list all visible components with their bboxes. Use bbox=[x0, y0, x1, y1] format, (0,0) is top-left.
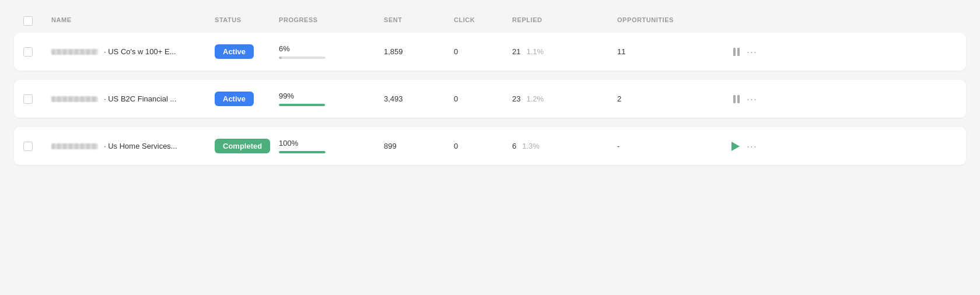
row2-progress-bar-bg bbox=[279, 104, 326, 106]
row1-checkbox[interactable] bbox=[23, 47, 33, 57]
row1-replied-cell: 21 1.1% bbox=[512, 47, 617, 56]
row3-blurred-prefix bbox=[51, 143, 98, 149]
row1-sent: 1,859 bbox=[384, 47, 454, 56]
row3-checkbox[interactable] bbox=[23, 142, 33, 151]
row3-replied-cell: 6 1.3% bbox=[512, 142, 617, 150]
row3-checkbox-cell[interactable] bbox=[23, 142, 51, 151]
row3-progress-cell: 100% bbox=[279, 139, 384, 153]
row3-progress-bar-bg bbox=[279, 151, 326, 153]
row2-replied-count: 23 bbox=[512, 94, 520, 103]
row1-more-button[interactable]: ··· bbox=[747, 47, 757, 57]
row1-checkbox-cell[interactable] bbox=[23, 47, 51, 57]
col-header-actions bbox=[710, 16, 757, 26]
row3-more-button[interactable]: ··· bbox=[747, 141, 757, 152]
row1-replied-pct: 1.1% bbox=[526, 47, 544, 56]
col-header-status: STATUS bbox=[215, 16, 279, 26]
row3-status-cell: Completed bbox=[215, 139, 279, 153]
row3-opportunities: - bbox=[617, 142, 710, 150]
table-row: · US B2C Financial ... Active 99% 3,493 … bbox=[14, 80, 966, 118]
row3-click: 0 bbox=[454, 142, 512, 150]
row2-pause-button[interactable] bbox=[733, 95, 740, 103]
row2-actions: ··· bbox=[710, 94, 757, 104]
row1-progress-value: 6% bbox=[279, 44, 384, 53]
row1-status-cell: Active bbox=[215, 44, 279, 59]
row1-pause-button[interactable] bbox=[733, 48, 740, 56]
pause-bar-right bbox=[737, 48, 740, 56]
row2-status-badge: Active bbox=[215, 92, 254, 106]
row3-play-button[interactable] bbox=[732, 142, 740, 151]
row2-opportunities: 2 bbox=[617, 94, 710, 103]
row2-progress-cell: 99% bbox=[279, 92, 384, 106]
table-row: · US Co's w 100+ E... Active 6% 1,859 0 … bbox=[14, 33, 966, 71]
table-row: · Us Home Services... Completed 100% 899… bbox=[14, 127, 966, 165]
row2-replied-cell: 23 1.2% bbox=[512, 94, 617, 103]
row2-replied-pct: 1.2% bbox=[526, 94, 544, 103]
row3-actions: ··· bbox=[710, 141, 757, 152]
row1-actions: ··· bbox=[710, 47, 757, 57]
row1-status-badge: Active bbox=[215, 44, 254, 59]
col-header-click: CLICK bbox=[454, 16, 512, 26]
row2-more-button[interactable]: ··· bbox=[747, 94, 757, 104]
row3-sent: 899 bbox=[384, 142, 454, 150]
pause-bar-left bbox=[733, 48, 736, 56]
col-header-name: NAME bbox=[51, 16, 215, 26]
col-header-progress: PROGRESS bbox=[279, 16, 384, 26]
row1-progress-bar-fill bbox=[279, 57, 282, 59]
row3-replied-count: 6 bbox=[512, 142, 516, 150]
row2-progress-bar-fill bbox=[279, 104, 325, 106]
header-checkbox-cell[interactable] bbox=[23, 16, 51, 26]
row2-sent: 3,493 bbox=[384, 94, 454, 103]
table-header: NAME STATUS PROGRESS SENT CLICK REPLIED … bbox=[14, 12, 966, 30]
row1-blurred-prefix bbox=[51, 49, 98, 55]
row3-status-badge: Completed bbox=[215, 139, 270, 153]
col-header-sent: SENT bbox=[384, 16, 454, 26]
row2-status-cell: Active bbox=[215, 92, 279, 106]
row2-blurred-prefix bbox=[51, 96, 98, 102]
row2-checkbox[interactable] bbox=[23, 94, 33, 104]
row1-progress-bar-bg bbox=[279, 57, 326, 59]
row3-campaign-name: · Us Home Services... bbox=[51, 142, 215, 150]
row1-replied-count: 21 bbox=[512, 47, 520, 56]
row2-campaign-name: · US B2C Financial ... bbox=[51, 94, 215, 103]
row1-click: 0 bbox=[454, 47, 512, 56]
row2-checkbox-cell[interactable] bbox=[23, 94, 51, 104]
col-header-opportunities: OPPORTUNITIES bbox=[617, 16, 710, 26]
row3-progress-bar-fill bbox=[279, 151, 326, 153]
select-all-checkbox[interactable] bbox=[23, 16, 33, 26]
row2-click: 0 bbox=[454, 94, 512, 103]
pause-bar-right bbox=[737, 95, 740, 103]
row3-progress-value: 100% bbox=[279, 139, 384, 148]
col-header-replied: REPLIED bbox=[512, 16, 617, 26]
row3-replied-pct: 1.3% bbox=[522, 142, 540, 150]
row1-progress-cell: 6% bbox=[279, 44, 384, 59]
row2-progress-value: 99% bbox=[279, 92, 384, 100]
pause-bar-left bbox=[733, 95, 736, 103]
row1-campaign-name: · US Co's w 100+ E... bbox=[51, 47, 215, 56]
row1-opportunities: 11 bbox=[617, 47, 710, 56]
